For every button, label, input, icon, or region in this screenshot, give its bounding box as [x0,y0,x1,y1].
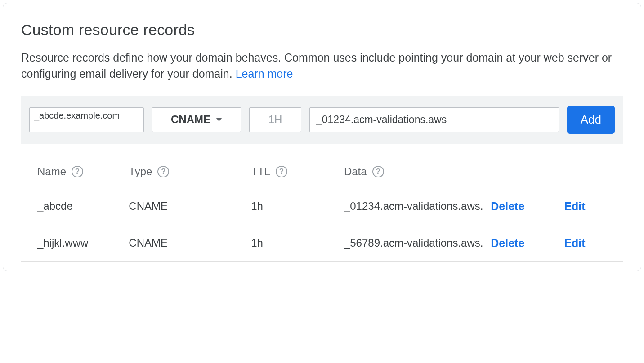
delete-button[interactable]: Delete [491,237,524,250]
learn-more-link[interactable]: Learn more [236,67,293,80]
help-icon[interactable]: ? [157,166,169,177]
help-icon[interactable]: ? [276,166,287,177]
table-row: _abcde CNAME 1h _01234.acm-validations.a… [21,188,623,225]
add-record-form: CNAME Add [21,96,623,144]
help-icon[interactable]: ? [72,166,83,177]
cell-type: CNAME [129,225,251,261]
record-name-input[interactable] [29,107,144,132]
add-button[interactable]: Add [567,106,615,134]
delete-button[interactable]: Delete [491,200,524,213]
section-title: Custom resource records [21,21,623,39]
cell-name: _abcde [21,188,129,225]
help-icon[interactable]: ? [372,166,384,177]
cell-ttl: 1h [251,188,344,225]
record-type-value: CNAME [171,113,210,126]
cell-data: _56789.acm-validations.aws. [344,225,491,261]
column-header-type: Type [129,165,152,178]
custom-resource-records-card: Custom resource records Resource records… [3,3,641,271]
edit-button[interactable]: Edit [564,200,585,213]
column-header-data: Data [344,165,367,178]
record-type-select[interactable]: CNAME [152,107,241,132]
record-ttl-input[interactable] [249,107,301,132]
description-text: Resource records define how your domain … [21,51,612,80]
record-data-input[interactable] [309,107,559,132]
records-table: Name ? Type ? TTL ? [21,159,623,262]
cell-type: CNAME [129,188,251,225]
column-header-name: Name [37,165,66,178]
cell-data: _01234.acm-validations.aws. [344,188,491,225]
chevron-down-icon [216,118,222,121]
cell-ttl: 1h [251,225,344,261]
cell-name: _hijkl.www [21,225,129,261]
section-description: Resource records define how your domain … [21,49,623,82]
column-header-ttl: TTL [251,165,270,178]
edit-button[interactable]: Edit [564,237,585,250]
table-row: _hijkl.www CNAME 1h _56789.acm-validatio… [21,225,623,261]
